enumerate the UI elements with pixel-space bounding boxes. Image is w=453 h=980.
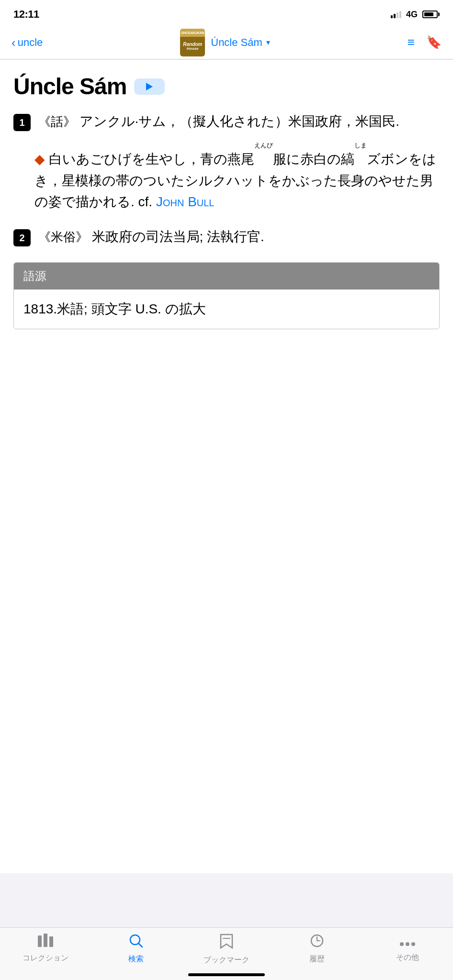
back-chevron-icon: ‹: [11, 36, 16, 49]
svg-rect-2: [49, 936, 53, 947]
audio-button-inner: [146, 83, 153, 90]
status-time: 12:11: [13, 8, 39, 21]
tab-search[interactable]: 検索: [91, 934, 181, 964]
definition-1: 1 《話》 アンクル·サム，（擬人化された）米国政府，米国民.: [13, 111, 440, 133]
history-icon: [310, 934, 324, 951]
home-indicator: [188, 973, 265, 976]
def-1-content: アンクル·サム，（擬人化された）米国政府，米国民.: [79, 114, 400, 129]
audio-button[interactable]: [134, 78, 165, 95]
tab-bar: コレクション 検索 ブックマーク 履歴: [0, 927, 453, 980]
bullet-icon: ◆: [34, 152, 45, 167]
nav-center: SHOGAKUKAN Random House Úncle Sám ▾: [50, 29, 400, 56]
def-number-1: 1: [13, 114, 31, 131]
etymology-box: 語源 1813.米語; 頭文字 U.S. の拡大: [13, 262, 440, 329]
bookmark-tab-icon: [220, 934, 233, 952]
collection-icon: [38, 934, 53, 950]
def-2-text: 2 《米俗》 米政府の司法当局; 法執行官.: [13, 226, 440, 248]
navigation-bar: ‹ uncle SHOGAKUKAN Random House Úncle Sá…: [0, 26, 453, 59]
status-icons: 4G: [391, 10, 440, 20]
tab-more[interactable]: その他: [362, 934, 453, 963]
svg-rect-1: [44, 934, 47, 947]
status-bar: 12:11 4G: [0, 0, 453, 26]
play-icon: [146, 83, 153, 90]
tab-bookmark-label: ブックマーク: [204, 955, 249, 965]
network-type: 4G: [406, 10, 418, 20]
svg-point-9: [400, 942, 404, 946]
def-1-text: 1 《話》 アンクル·サム，（擬人化された）米国政府，米国民.: [13, 111, 440, 133]
menu-icon[interactable]: ≡: [408, 35, 415, 50]
def-number-2: 2: [13, 229, 31, 246]
nav-right-icons: ≡ 🔖: [408, 35, 442, 50]
nav-title: Úncle Sám: [211, 36, 262, 49]
tab-collection-label: コレクション: [23, 953, 68, 963]
battery-icon: [422, 11, 440, 18]
definition-2: 2 《米俗》 米政府の司法当局; 法執行官.: [13, 226, 440, 248]
tab-collection[interactable]: コレクション: [0, 934, 91, 963]
search-icon: [129, 934, 143, 951]
tab-history[interactable]: 履歴: [272, 934, 362, 964]
svg-point-11: [411, 942, 415, 946]
def-1-label: 《話》: [38, 114, 76, 129]
book-logo-publisher-bottom: Random House: [180, 37, 205, 56]
john-bull-link[interactable]: John Bull: [156, 194, 215, 209]
main-content: Úncle Sám 1 《話》 アンクル·サム，（擬人化された）米国政府，米国民…: [0, 60, 453, 873]
back-button[interactable]: ‹ uncle: [11, 36, 43, 49]
dropdown-arrow-icon: ▾: [266, 38, 270, 47]
tab-history-label: 履歴: [309, 954, 325, 964]
back-label: uncle: [18, 36, 43, 49]
description-text: ◆白いあごひげを生やし，青の燕尾えんび服に赤白の縞しまズボンをはき，星模様の帯の…: [34, 142, 440, 213]
book-logo-text2: House: [187, 47, 198, 51]
bookmark-nav-icon[interactable]: 🔖: [426, 35, 442, 50]
def-2-content: 米政府の司法当局; 法執行官.: [92, 229, 264, 244]
etymology-content: 1813.米語; 頭文字 U.S. の拡大: [14, 290, 439, 329]
book-logo[interactable]: SHOGAKUKAN Random House: [180, 29, 205, 56]
etymology-header: 語源: [14, 263, 439, 290]
svg-rect-0: [38, 935, 42, 947]
svg-point-10: [406, 942, 409, 946]
word-title-row: Úncle Sám: [13, 73, 440, 100]
description-block: ◆白いあごひげを生やし，青の燕尾えんび服に赤白の縞しまズボンをはき，星模様の帯の…: [13, 142, 440, 213]
more-icon: [399, 934, 416, 950]
description-content: 白いあごひげを生やし，青の燕尾えんび服に赤白の縞しまズボンをはき，星模様の帯のつ…: [34, 152, 436, 210]
signal-icon: [391, 11, 401, 18]
nav-title-group[interactable]: Úncle Sám ▾: [211, 36, 270, 49]
tab-search-label: 検索: [128, 954, 144, 964]
book-logo-publisher-top: SHOGAKUKAN: [180, 29, 205, 37]
word-title: Úncle Sám: [13, 73, 126, 100]
def-2-label: 《米俗》: [38, 230, 88, 244]
tab-more-label: その他: [396, 953, 419, 963]
tab-bookmark[interactable]: ブックマーク: [181, 934, 272, 965]
svg-line-4: [138, 943, 142, 947]
